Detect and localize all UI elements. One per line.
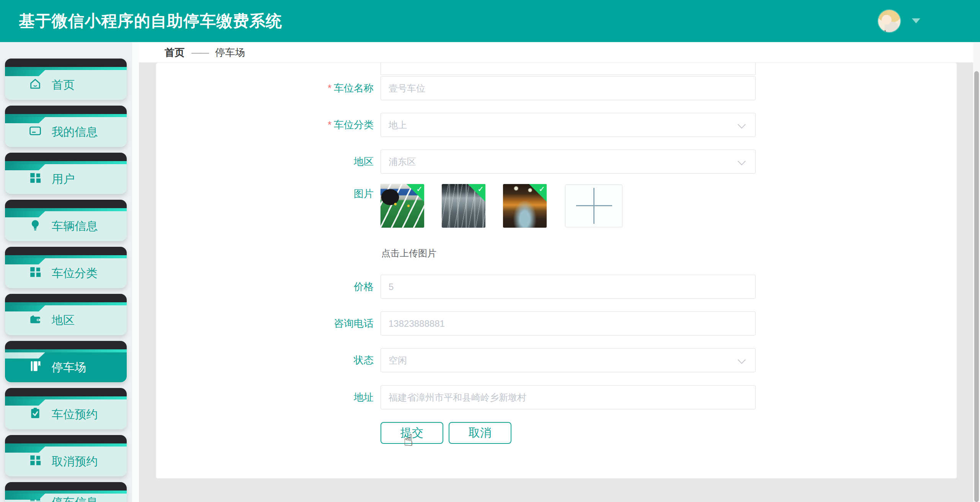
wallet-icon — [29, 313, 42, 328]
breadcrumb-band — [139, 42, 973, 62]
card-stripe — [5, 396, 127, 399]
chevron-down-icon — [738, 157, 746, 165]
card-top-bar — [5, 388, 127, 396]
status-select[interactable]: 空闲 — [381, 348, 756, 372]
sidebar-item-region[interactable]: 地区 — [5, 294, 127, 335]
card-stripe — [5, 443, 127, 447]
sidebar: 首页 我的信息 用户 车辆信息 车位分类 地区 — [0, 42, 139, 502]
scrolled-out-field — [381, 63, 756, 75]
app-title: 基于微信小程序的自助停车缴费系统 — [19, 0, 282, 42]
sidebar-item-space-category[interactable]: 车位分类 — [5, 247, 127, 288]
breadcrumb-current: 停车场 — [215, 46, 245, 59]
card-stripe — [5, 491, 127, 494]
select-value: 空闲 — [389, 354, 407, 367]
uploaded-image-thumbnail[interactable]: ✓ — [381, 184, 424, 228]
check-icon: ✓ — [539, 184, 545, 194]
sidebar-item-label: 取消预约 — [52, 454, 98, 469]
breadcrumb-separator: —— — [191, 47, 208, 58]
sidebar-item-label: 车位分类 — [52, 266, 98, 281]
sidebar-item-users[interactable]: 用户 — [5, 153, 127, 194]
upload-hint-text: 点击上传图片 — [381, 247, 436, 259]
card-tab — [5, 258, 45, 264]
breadcrumb: 首页 —— 停车场 — [165, 46, 245, 59]
card-stripe — [5, 302, 127, 305]
form-panel: * 车位名称 * 车位分类 地上 地区 浦东区 图片 ✓ — [156, 62, 957, 479]
bulb-icon — [29, 218, 42, 234]
page-scrollbar-thumb[interactable] — [974, 71, 979, 502]
sidebar-item-label: 首页 — [52, 77, 75, 93]
card-stripe — [5, 349, 127, 352]
card-top-bar — [5, 247, 127, 255]
card-tab — [5, 399, 45, 406]
card-top-bar — [5, 482, 127, 491]
card-top-bar — [5, 341, 127, 349]
field-label-region: 地区 — [214, 150, 374, 174]
card-top-bar — [5, 435, 127, 443]
region-select[interactable]: 浦东区 — [381, 150, 756, 174]
card-stripe — [5, 208, 127, 211]
sidebar-item-label: 停车信息 — [52, 495, 98, 502]
chevron-down-icon[interactable] — [912, 18, 920, 23]
field-label-price: 价格 — [214, 275, 374, 299]
card-top-bar — [5, 294, 127, 302]
chevron-down-icon — [738, 356, 746, 364]
sidebar-item-my-info[interactable]: 我的信息 — [5, 106, 127, 147]
upload-image-button[interactable] — [565, 184, 622, 227]
card-tab — [5, 164, 45, 170]
card-top-bar — [5, 200, 127, 208]
select-value: 地上 — [389, 119, 407, 131]
required-asterisk: * — [328, 119, 332, 131]
card-tab — [5, 117, 45, 123]
card-tab — [5, 70, 45, 76]
check-icon: ✓ — [477, 184, 484, 194]
grid-icon — [29, 266, 42, 281]
sidebar-item-home[interactable]: 首页 — [5, 59, 127, 100]
card-tab — [5, 494, 45, 500]
app-window: 基于微信小程序的自助停车缴费系统 首页 我的信息 用户 车辆信息 — [0, 0, 980, 502]
sidebar-item-space-reservation[interactable]: 车位预约 — [5, 388, 127, 429]
sidebar-item-parking-info[interactable]: 停车信息 — [5, 482, 127, 502]
sidebar-item-label: 车位预约 — [52, 407, 98, 422]
user-avatar[interactable] — [878, 10, 900, 32]
chevron-down-icon — [738, 121, 746, 129]
price-input[interactable] — [381, 275, 756, 299]
card-top-bar — [5, 106, 127, 114]
sidebar-scroll-track — [132, 42, 139, 502]
field-label-images: 图片 — [214, 184, 374, 203]
app-header: 基于微信小程序的自助停车缴费系统 — [0, 0, 980, 42]
address-input[interactable] — [381, 385, 756, 409]
field-label-address: 地址 — [214, 385, 374, 409]
uploaded-image-thumbnail[interactable]: ✓ — [442, 184, 485, 228]
grid-icon — [29, 454, 42, 469]
phone-input[interactable] — [381, 311, 756, 336]
card-stripe — [5, 255, 127, 258]
breadcrumb-home[interactable]: 首页 — [165, 46, 185, 59]
sidebar-item-cancel-reservation[interactable]: 取消预约 — [5, 435, 127, 476]
id-card-icon — [29, 124, 42, 140]
submit-button[interactable]: 提交 — [381, 422, 443, 444]
space-name-input[interactable] — [381, 76, 756, 100]
notebook-icon — [29, 360, 42, 375]
field-label-category: * 车位分类 — [214, 113, 374, 137]
space-category-select[interactable]: 地上 — [381, 113, 756, 137]
sidebar-item-parking-lot[interactable]: 停车场 — [5, 341, 127, 382]
clipboard-check-icon — [29, 407, 42, 422]
card-top-bar — [5, 153, 127, 161]
card-tab — [5, 352, 45, 359]
cancel-button[interactable]: 取消 — [449, 422, 511, 444]
card-top-bar — [5, 59, 127, 67]
check-icon: ✓ — [416, 184, 423, 194]
field-label-status: 状态 — [214, 348, 374, 372]
field-label-phone: 咨询电话 — [214, 311, 374, 336]
card-tab — [5, 305, 45, 311]
sidebar-item-vehicle-info[interactable]: 车辆信息 — [5, 200, 127, 241]
sidebar-item-label: 停车场 — [52, 360, 86, 375]
sidebar-item-label: 用户 — [52, 171, 75, 187]
grid-icon — [29, 171, 42, 187]
uploaded-image-thumbnail[interactable]: ✓ — [503, 184, 547, 228]
field-label-name: * 车位名称 — [214, 76, 374, 100]
sidebar-item-label: 我的信息 — [52, 124, 98, 140]
card-tab — [5, 447, 45, 453]
card-tab — [5, 211, 45, 217]
card-stripe — [5, 114, 127, 117]
